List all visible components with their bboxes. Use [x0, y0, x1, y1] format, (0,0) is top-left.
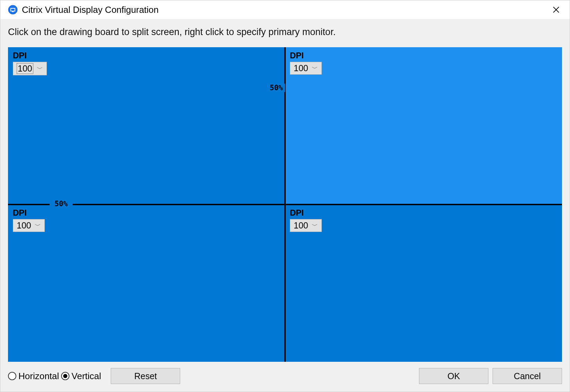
dpi-select-bottom-left[interactable]: 100 ﹀	[13, 219, 45, 232]
dpi-label: DPI	[290, 51, 557, 60]
monitor-panel-bottom-left[interactable]: DPI 100 ﹀	[8, 205, 285, 362]
radio-icon	[61, 372, 69, 380]
svg-rect-2	[11, 9, 15, 11]
radio-horizontal[interactable]: Horizontal	[8, 371, 59, 382]
cancel-button[interactable]: Cancel	[493, 368, 562, 384]
dpi-label: DPI	[13, 208, 280, 218]
radio-label: Vertical	[72, 371, 101, 382]
monitor-panel-top-left[interactable]: DPI 100 ﹀	[8, 47, 285, 205]
dpi-label: DPI	[290, 208, 557, 218]
drawing-board[interactable]: DPI 100 ﹀ DPI 100 ﹀ DPI 100 ﹀	[8, 47, 562, 362]
horizontal-split-divider[interactable]	[8, 204, 562, 205]
window-title: Citrix Virtual Display Configuration	[22, 5, 547, 15]
reset-button[interactable]: Reset	[111, 368, 180, 384]
app-icon	[8, 5, 18, 15]
dpi-value: 100	[17, 63, 33, 74]
dpi-value: 100	[294, 220, 308, 231]
dpi-select-bottom-right[interactable]: 100 ﹀	[290, 219, 322, 232]
horizontal-split-label: 50%	[50, 200, 73, 208]
dpi-select-top-right[interactable]: 100 ﹀	[290, 62, 322, 75]
radio-label: Horizontal	[18, 371, 59, 382]
dpi-select-top-left[interactable]: 100 ﹀	[13, 62, 47, 75]
titlebar: Citrix Virtual Display Configuration	[0, 0, 570, 19]
dpi-value: 100	[17, 220, 31, 231]
monitor-panel-top-right[interactable]: DPI 100 ﹀	[285, 47, 562, 205]
dpi-label: DPI	[13, 51, 280, 60]
vertical-split-label: 50%	[270, 84, 285, 92]
chevron-down-icon: ﹀	[37, 65, 43, 73]
chevron-down-icon: ﹀	[312, 222, 318, 230]
dialog-content: Click on the drawing board to split scre…	[0, 19, 570, 392]
radio-vertical[interactable]: Vertical	[61, 371, 101, 382]
monitor-panel-bottom-right[interactable]: DPI 100 ﹀	[285, 205, 562, 362]
dialog-window: Citrix Virtual Display Configuration Cli…	[0, 0, 570, 392]
ok-button[interactable]: OK	[419, 368, 488, 384]
dialog-footer: Horizontal Vertical Reset OK Cancel	[8, 362, 562, 384]
radio-icon	[8, 372, 16, 380]
chevron-down-icon: ﹀	[312, 64, 318, 73]
dpi-value: 100	[294, 63, 308, 73]
orientation-radio-group: Horizontal Vertical	[8, 371, 101, 382]
svg-rect-3	[12, 11, 14, 12]
close-button[interactable]	[547, 0, 565, 19]
chevron-down-icon: ﹀	[35, 222, 41, 230]
instruction-text: Click on the drawing board to split scre…	[8, 27, 562, 37]
